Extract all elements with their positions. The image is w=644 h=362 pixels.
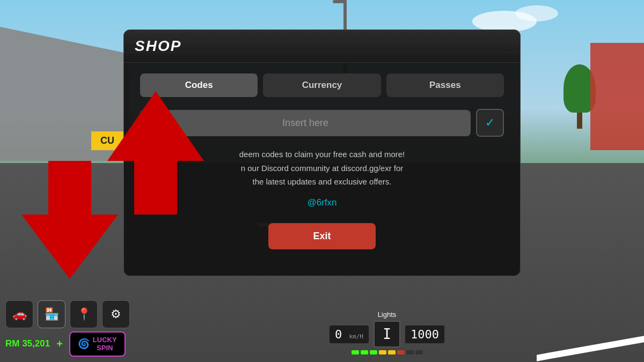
hud-money-row: RM 35,201 + 🌀 LUCKYSPIN [5, 331, 126, 357]
shop-icon-button[interactable]: 🏪 [38, 300, 65, 328]
money-display: RM 35,201 [5, 338, 50, 349]
shop-icon: 🏪 [45, 307, 59, 321]
svg-marker-0 [21, 161, 118, 279]
speedo-row: 0 km/H I 1000 [329, 321, 445, 348]
gear-display: I [374, 321, 400, 348]
exit-button[interactable]: Exit [268, 223, 376, 249]
map-icon-button[interactable]: 📍 [70, 300, 98, 328]
hud-center: Lights 0 km/H I 1000 [130, 311, 644, 357]
hud-icons-row: 🚗 🏪 📍 ⚙ [5, 300, 130, 328]
speed-group: 0 km/H [329, 325, 369, 344]
modal-header: SHOP [124, 30, 520, 63]
hud-left: 🚗 🏪 📍 ⚙ RM 35,201 + 🌀 LUCKYSPIN [0, 300, 130, 357]
lucky-spin-button[interactable]: 🌀 LUCKYSPIN [69, 331, 126, 357]
rpm-segment-2 [361, 350, 368, 354]
speed-display: 0 km/H [329, 325, 369, 344]
desc-line2: n our Discord community at discord.gg/ex… [241, 164, 404, 173]
rpm-segment-4 [379, 350, 386, 354]
rpm-segment-8 [415, 350, 423, 354]
car-icon-button[interactable]: 🚗 [5, 300, 33, 328]
speed-unit: km/H [349, 333, 364, 340]
speed-value: 0 [335, 328, 342, 341]
desc-line3: the latest updates and exclusive offers. [252, 177, 391, 186]
rpm-segment-7 [406, 350, 414, 354]
settings-icon-button[interactable]: ⚙ [102, 300, 130, 328]
lucky-spin-label: LUCKYSPIN [93, 336, 117, 352]
rpm-bar [352, 350, 423, 354]
rpm-segment-5 [388, 350, 396, 354]
modal-title: SHOP [135, 38, 181, 54]
rpm-segment-3 [370, 350, 377, 354]
map-pin-icon: 📍 [77, 307, 91, 321]
lights-label: Lights [378, 311, 397, 319]
check-button[interactable]: ✓ [476, 109, 504, 137]
gear-icon: ⚙ [111, 307, 121, 321]
tab-passes[interactable]: Passes [386, 73, 504, 97]
car-icon: 🚗 [12, 307, 27, 321]
svg-marker-1 [107, 91, 204, 215]
right-building [590, 43, 644, 150]
add-money-button[interactable]: + [56, 338, 63, 350]
tab-currency[interactable]: Currency [263, 73, 380, 97]
rpm-segment-1 [352, 350, 359, 354]
spin-icon: 🌀 [78, 338, 90, 350]
bottom-hud: 🚗 🏪 📍 ⚙ RM 35,201 + 🌀 LUCKYSPIN Lights [0, 303, 644, 362]
check-icon: ✓ [485, 116, 495, 130]
rpm-display: 1000 [405, 325, 445, 344]
rpm-segment-6 [397, 350, 405, 354]
desc-line1: deem codes to claim your free cash and m… [239, 150, 405, 159]
